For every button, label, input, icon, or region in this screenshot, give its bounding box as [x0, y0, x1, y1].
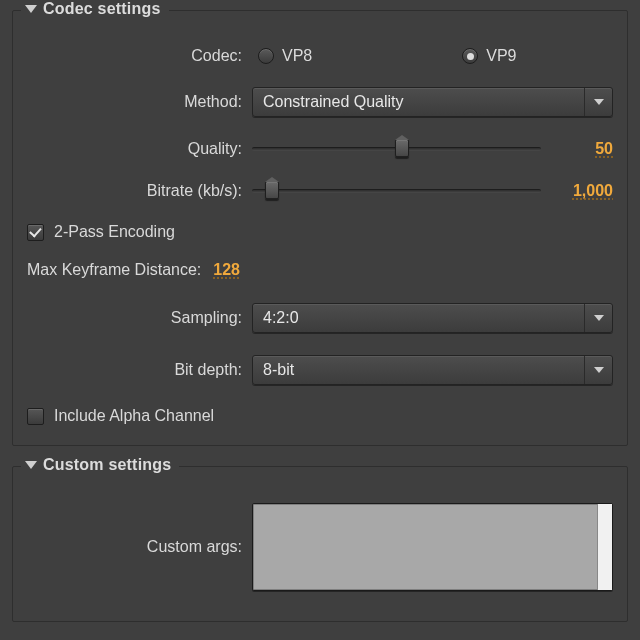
two-pass-checkbox[interactable] — [27, 224, 44, 241]
disclosure-triangle-icon[interactable] — [25, 5, 37, 13]
custom-settings-legend[interactable]: Custom settings — [21, 456, 179, 474]
bitdepth-row: Bit depth: 8-bit — [27, 355, 613, 385]
codec-radio-group: VP8 VP9 — [252, 47, 613, 65]
method-row: Method: Constrained Quality — [27, 87, 613, 117]
codec-settings-title: Codec settings — [43, 0, 161, 18]
method-label: Method: — [27, 93, 252, 111]
bitrate-row: Bitrate (kb/s): 1,000 — [27, 181, 613, 201]
max-keyframe-label: Max Keyframe Distance: — [27, 261, 201, 279]
include-alpha-checkbox[interactable] — [27, 408, 44, 425]
sampling-dropdown[interactable]: 4:2:0 — [252, 303, 613, 333]
include-alpha-row: Include Alpha Channel — [27, 407, 613, 425]
bitrate-label: Bitrate (kb/s): — [27, 182, 252, 200]
sampling-row: Sampling: 4:2:0 — [27, 303, 613, 333]
codec-label: Codec: — [27, 47, 252, 65]
method-dropdown[interactable]: Constrained Quality — [252, 87, 613, 117]
slider-thumb[interactable] — [395, 139, 409, 157]
codec-radio-vp9-label: VP9 — [486, 47, 516, 65]
custom-settings-title: Custom settings — [43, 456, 171, 474]
quality-slider[interactable] — [252, 139, 541, 159]
custom-settings-group: Custom settings Custom args: — [12, 466, 628, 622]
slider-track — [252, 189, 541, 193]
dropdown-arrow-box — [584, 304, 612, 332]
disclosure-triangle-icon[interactable] — [25, 461, 37, 469]
chevron-down-icon — [594, 315, 604, 321]
sampling-dropdown-value: 4:2:0 — [263, 309, 299, 327]
scrollbar[interactable] — [597, 504, 612, 590]
bitdepth-label: Bit depth: — [27, 361, 252, 379]
quality-value[interactable]: 50 — [557, 140, 613, 158]
codec-settings-group: Codec settings Codec: VP8 VP9 Method: — [12, 10, 628, 446]
codec-radio-vp8[interactable]: VP8 — [258, 47, 312, 65]
custom-args-row: Custom args: — [27, 503, 613, 591]
bitrate-value[interactable]: 1,000 — [557, 182, 613, 200]
custom-args-input[interactable] — [252, 503, 613, 591]
bitrate-slider[interactable] — [252, 181, 541, 201]
settings-panel: Codec settings Codec: VP8 VP9 Method: — [0, 0, 640, 640]
codec-radio-vp9[interactable]: VP9 — [462, 47, 516, 65]
max-keyframe-row: Max Keyframe Distance: 128 — [27, 261, 613, 279]
codec-radio-vp8-label: VP8 — [282, 47, 312, 65]
bitdepth-dropdown-value: 8-bit — [263, 361, 294, 379]
codec-settings-legend[interactable]: Codec settings — [21, 0, 169, 18]
bitdepth-dropdown[interactable]: 8-bit — [252, 355, 613, 385]
codec-row: Codec: VP8 VP9 — [27, 47, 613, 65]
method-dropdown-value: Constrained Quality — [263, 93, 404, 111]
include-alpha-label: Include Alpha Channel — [54, 407, 214, 425]
two-pass-label: 2-Pass Encoding — [54, 223, 175, 241]
custom-args-label: Custom args: — [27, 538, 252, 556]
radio-dot-icon — [258, 48, 274, 64]
two-pass-row: 2-Pass Encoding — [27, 223, 613, 241]
sampling-label: Sampling: — [27, 309, 252, 327]
radio-dot-icon — [462, 48, 478, 64]
chevron-down-icon — [594, 99, 604, 105]
quality-label: Quality: — [27, 140, 252, 158]
quality-row: Quality: 50 — [27, 139, 613, 159]
chevron-down-icon — [594, 367, 604, 373]
max-keyframe-value[interactable]: 128 — [213, 261, 240, 279]
dropdown-arrow-box — [584, 88, 612, 116]
dropdown-arrow-box — [584, 356, 612, 384]
slider-thumb[interactable] — [265, 181, 279, 199]
